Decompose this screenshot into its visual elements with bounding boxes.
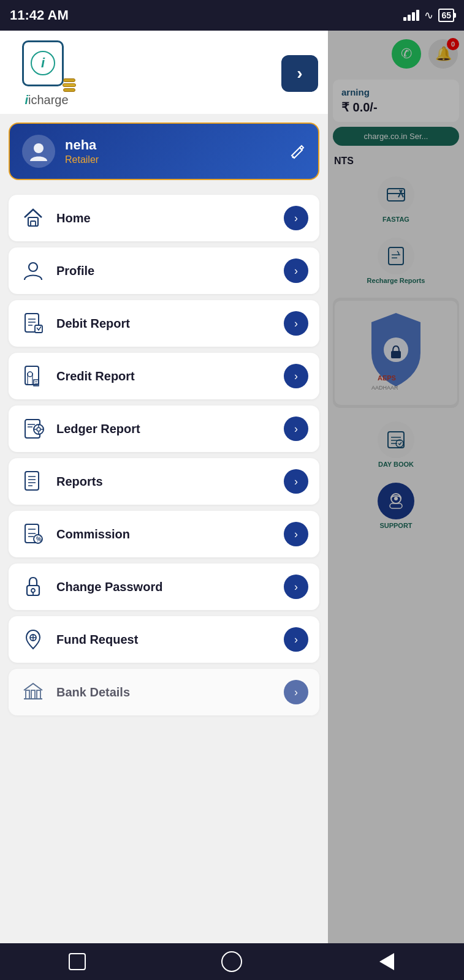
svg-point-47 [31, 589, 35, 592]
status-time: 11:42 AM [10, 7, 69, 23]
svg-rect-37 [25, 472, 39, 490]
menu-fund-label: Fund Request [56, 633, 138, 647]
change-password-icon [20, 573, 47, 600]
commission-icon: % [20, 521, 47, 548]
nav-back-button[interactable] [371, 952, 402, 971]
menu-password-label: Change Password [56, 580, 162, 594]
bank-details-icon [20, 679, 47, 706]
ledger-report-icon [20, 415, 47, 442]
user-info: neha Retailer [22, 135, 99, 168]
nav-square-button[interactable] [62, 952, 93, 971]
menu-profile-label: Profile [56, 264, 94, 278]
menu-item-ledger-report[interactable]: Ledger Report › [9, 405, 319, 452]
navigation-drawer: i iicharge › [0, 31, 328, 980]
menu-bank-label: Bank Details [56, 685, 130, 699]
svg-rect-54 [37, 690, 40, 699]
svg-point-13 [34, 143, 44, 153]
svg-text:%: % [36, 536, 42, 543]
user-role: Retailer [65, 154, 99, 165]
user-avatar [22, 135, 55, 168]
menu-commission-arrow: › [284, 522, 308, 546]
menu-password-arrow: › [284, 575, 308, 599]
menu-item-fund-request[interactable]: Fund Request › [9, 616, 319, 663]
fund-request-icon [20, 626, 47, 653]
background-overlay [328, 31, 464, 980]
svg-point-16 [29, 263, 37, 271]
menu-reports-label: Reports [56, 475, 103, 489]
menu-debit-arrow: › [284, 311, 308, 336]
svg-point-23 [28, 372, 32, 377]
svg-rect-14 [28, 217, 38, 226]
menu-item-credit-report[interactable]: Credit Report › [9, 353, 319, 399]
svg-rect-21 [35, 325, 42, 333]
menu-ledger-arrow: › [284, 417, 308, 441]
bottom-nav-bar [0, 943, 464, 980]
wifi-icon: ∿ [424, 9, 433, 22]
nav-home-button[interactable] [216, 952, 247, 971]
menu-bank-arrow: › [284, 680, 308, 704]
logo-text: iicharge [25, 93, 68, 107]
menu-profile-arrow: › [284, 258, 308, 283]
edit-icon[interactable] [290, 143, 306, 159]
home-icon [20, 205, 47, 232]
svg-rect-15 [31, 221, 36, 226]
battery-icon: 65 [438, 9, 454, 22]
svg-rect-52 [26, 690, 29, 699]
menu-debit-label: Debit Report [56, 317, 130, 331]
menu-ledger-label: Ledger Report [56, 422, 140, 436]
drawer-toggle-button[interactable]: › [281, 55, 318, 92]
menu-home-label: Home [56, 211, 91, 225]
menu-credit-label: Credit Report [56, 369, 135, 383]
menu-list: Home › Profile › [0, 189, 328, 722]
menu-item-reports[interactable]: Reports › [9, 458, 319, 505]
menu-credit-arrow: › [284, 364, 308, 388]
user-name: neha [65, 137, 99, 153]
user-profile-card[interactable]: neha Retailer [9, 123, 319, 180]
menu-commission-label: Commission [56, 527, 130, 541]
status-icons: ∿ 65 [403, 9, 454, 22]
menu-item-home[interactable]: Home › [9, 195, 319, 241]
reports-icon [20, 468, 47, 495]
signal-icon [403, 10, 419, 21]
debit-report-icon [20, 310, 47, 337]
svg-rect-53 [31, 690, 35, 699]
menu-item-profile[interactable]: Profile › [9, 247, 319, 294]
profile-icon [20, 257, 47, 284]
menu-item-bank-details[interactable]: Bank Details › [9, 669, 319, 715]
credit-report-icon [20, 363, 47, 390]
menu-reports-arrow: › [284, 469, 308, 494]
menu-home-arrow: › [284, 206, 308, 230]
status-bar: 11:42 AM ∿ 65 [0, 0, 464, 31]
menu-item-commission[interactable]: % Commission › [9, 511, 319, 557]
app-logo: i iicharge [10, 43, 83, 104]
menu-fund-arrow: › [284, 627, 308, 652]
menu-item-debit-report[interactable]: Debit Report › [9, 300, 319, 347]
menu-item-change-password[interactable]: Change Password › [9, 564, 319, 610]
drawer-header: i iicharge › [0, 31, 328, 114]
